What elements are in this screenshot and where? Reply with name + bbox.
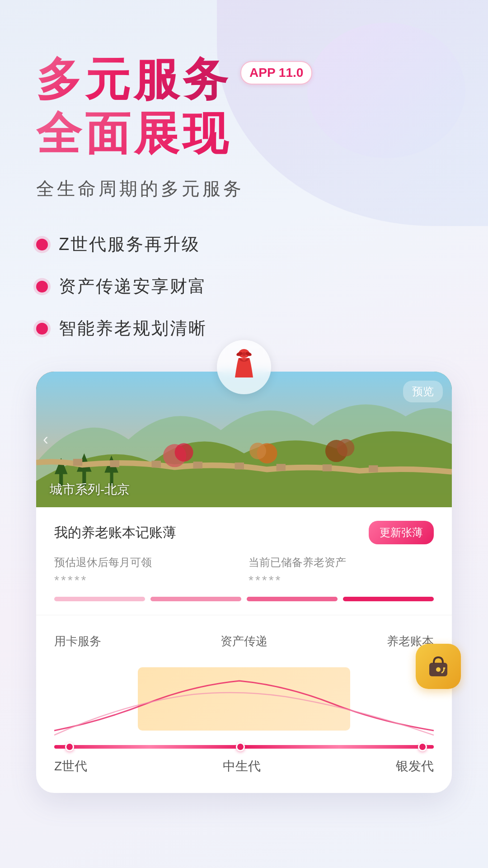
dress-icon <box>228 348 260 386</box>
main-title-line1: 多元服务 <box>36 54 231 104</box>
axis-dot-mid <box>236 742 245 751</box>
svg-rect-14 <box>193 462 202 468</box>
svg-point-20 <box>175 443 193 462</box>
main-card: ‹ 城市系列-北京 预览 我的养老账本记账薄 更新张薄 预估退休后每月可领 **… <box>36 372 452 793</box>
feature-dot-2 <box>36 281 48 292</box>
lifecycle-section: 用卡服务 资产传递 养老账本 <box>36 615 452 793</box>
feature-dot-3 <box>36 323 48 335</box>
svg-point-3 <box>242 352 246 356</box>
banner-nav-left[interactable]: ‹ <box>43 430 48 449</box>
feature-text-2: 资产传递安享财富 <box>59 275 207 298</box>
svg-rect-12 <box>110 460 119 467</box>
update-account-button[interactable]: 更新张薄 <box>369 521 434 544</box>
feature-item-2: 资产传递安享财富 <box>36 275 452 298</box>
svg-rect-17 <box>323 464 332 471</box>
svg-point-22 <box>249 443 266 459</box>
feature-text-1: Z世代服务再升级 <box>59 233 200 256</box>
feature-list: Z世代服务再升级 资产传递安享财富 智能养老规划清晰 <box>36 233 452 340</box>
stat-bars <box>54 597 434 601</box>
lifecycle-label-mid-gen: 中生代 <box>223 758 261 775</box>
main-title-line2: 全面展现 <box>36 108 452 158</box>
floating-bag <box>416 644 461 689</box>
svg-rect-11 <box>73 459 82 466</box>
svg-point-26 <box>436 667 441 672</box>
app-version-badge: APP 11.0 <box>240 61 312 85</box>
svg-rect-15 <box>235 462 244 469</box>
svg-point-24 <box>337 439 354 457</box>
subtitle: 全生命周期的多元服务 <box>36 176 452 201</box>
feature-dot-1 <box>36 239 48 250</box>
svg-rect-13 <box>152 461 161 467</box>
stat-bar-3 <box>247 597 338 601</box>
lifecycle-label-silver-gen: 银发代 <box>396 758 434 775</box>
account-section: 我的养老账本记账薄 更新张薄 预估退休后每月可领 ***** 当前已储备养老资产… <box>36 507 452 615</box>
stat-item-assets: 当前已储备养老资产 ***** <box>249 555 434 588</box>
feature-text-3: 智能养老规划清晰 <box>59 317 207 340</box>
stat-value-assets: ***** <box>249 573 434 588</box>
feature-item-3: 智能养老规划清晰 <box>36 317 452 340</box>
stat-bar-1 <box>54 597 145 601</box>
account-stats: 预估退休后每月可领 ***** 当前已储备养老资产 ***** <box>54 555 434 588</box>
lifecycle-label-asset-transfer: 资产传递 <box>221 633 267 649</box>
stat-label-monthly: 预估退休后每月可领 <box>54 555 239 570</box>
account-title: 我的养老账本记账薄 <box>54 524 176 542</box>
lifecycle-labels-top: 用卡服务 资产传递 养老账本 <box>54 633 434 649</box>
axis-dot-z <box>65 742 74 751</box>
axis-dot-silver <box>418 742 427 751</box>
lifecycle-label-card-service: 用卡服务 <box>54 633 101 649</box>
bag-icon <box>426 654 451 679</box>
stat-label-assets: 当前已储备养老资产 <box>249 555 434 570</box>
stat-value-monthly: ***** <box>54 573 239 588</box>
header-section: 多元服务 APP 11.0 全面展现 全生命周期的多元服务 <box>36 54 452 201</box>
banner-preview-button[interactable]: 预览 <box>403 381 443 402</box>
floating-avatar <box>217 340 271 394</box>
banner-label: 城市系列-北京 <box>50 481 130 498</box>
svg-rect-16 <box>277 464 286 471</box>
svg-rect-18 <box>369 465 378 472</box>
lifecycle-chart <box>54 658 434 749</box>
stat-bar-2 <box>150 597 241 601</box>
account-header: 我的养老账本记账薄 更新张薄 <box>54 521 434 544</box>
card-wrapper: ‹ 城市系列-北京 预览 我的养老账本记账薄 更新张薄 预估退休后每月可领 **… <box>36 372 452 793</box>
lifecycle-labels-bottom: Z世代 中生代 银发代 <box>54 758 434 775</box>
lifecycle-label-z-gen: Z世代 <box>54 758 87 775</box>
stat-item-monthly: 预估退休后每月可领 ***** <box>54 555 239 588</box>
stat-bar-4 <box>343 597 434 601</box>
feature-item-1: Z世代服务再升级 <box>36 233 452 256</box>
